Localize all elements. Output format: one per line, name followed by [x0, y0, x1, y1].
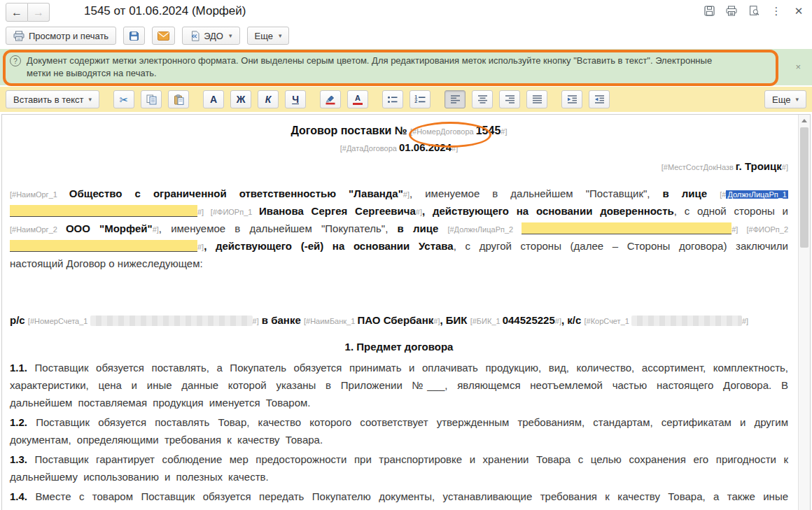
italic-button[interactable]: К: [258, 90, 279, 108]
red-color-bar: [353, 103, 363, 105]
chevron-down-icon: ▾: [89, 96, 92, 103]
numbered-list-button[interactable]: 1 2: [410, 90, 430, 108]
decrease-indent-button[interactable]: [589, 90, 610, 108]
field-marker: [#КорСчет_1: [584, 317, 631, 325]
app-window: ← → 1545 от 01.06.2024 (Морфей) ⋮ ✕ Прос…: [0, 0, 812, 510]
text-segment: 1.1.: [10, 362, 35, 374]
underline-letter: Ч: [292, 94, 299, 104]
text-segment: 1.2.: [10, 416, 36, 428]
preview-search-icon[interactable]: [748, 4, 760, 17]
spacer: [10, 271, 788, 312]
save-icon[interactable]: [703, 4, 715, 17]
paste-button[interactable]: [168, 90, 189, 108]
banner-close-icon[interactable]: ×: [795, 62, 801, 72]
text-segment: , именуемое в дальнейшем "Покупатель",: [159, 222, 398, 234]
text-segment: в лице: [398, 222, 448, 234]
back-button[interactable]: ←: [6, 3, 28, 22]
bullet-list-button[interactable]: [382, 90, 403, 108]
text-segment: 1.3.: [10, 453, 35, 465]
edo-dropdown-button[interactable]: ЭДО ▾: [182, 27, 239, 45]
underline-button[interactable]: Ч: [285, 90, 306, 108]
field-marker: [#НаимОрг_2: [10, 225, 66, 234]
highlight-color-button[interactable]: [320, 90, 341, 108]
field-marker: #]: [197, 243, 204, 251]
more-menu-icon[interactable]: ⋮: [770, 4, 783, 17]
clause-1-2: 1.2. Поставщик обязуется поставлять Това…: [10, 413, 788, 448]
align-group: [444, 90, 547, 108]
save-button[interactable]: [123, 27, 145, 45]
field-marker: [#БИК_1: [470, 317, 503, 325]
insert-to-text-button[interactable]: Вставить в текст ▾: [6, 90, 99, 108]
align-right-button[interactable]: [499, 90, 520, 108]
font-color-icon: А: [353, 94, 363, 105]
increase-indent-button[interactable]: [561, 90, 582, 108]
field-marker: #]: [555, 317, 561, 325]
text-segment: , БИК: [440, 314, 470, 326]
chevron-down-icon: ▾: [795, 96, 799, 103]
decrease-indent-icon: [594, 94, 605, 104]
field-marker: [#НаимБанк_1: [304, 317, 357, 325]
banner-message: Документ содержит метки электронного фор…: [27, 55, 734, 80]
bold-button[interactable]: Ж: [230, 90, 251, 108]
text-segment: ООО "Морфей": [66, 222, 153, 234]
print-icon[interactable]: [725, 4, 738, 17]
preamble: [#НаимОрг_1 Общество с ограниченной отве…: [10, 185, 788, 271]
preview-print-button[interactable]: Просмотр и печать: [6, 27, 116, 45]
field-marker: #]: [782, 163, 788, 171]
text-segment: Иванова Сергея Сергеевича: [259, 205, 416, 217]
font-group: А Ж К Ч: [203, 90, 306, 108]
text-segment: в лице: [663, 187, 720, 199]
action-toolbar: Просмотр и печать ЭДО ▾ Еще ▾: [0, 24, 812, 48]
indent-group: [561, 90, 610, 108]
up-arrow-icon: [802, 119, 807, 122]
floppy-icon: [129, 31, 139, 41]
info-banner: ? Документ содержит метки электронного ф…: [0, 49, 812, 85]
more-button-format[interactable]: Еще ▾: [764, 90, 806, 108]
copy-button[interactable]: [141, 90, 162, 108]
forward-button[interactable]: →: [28, 3, 50, 22]
field-marker: #]: [153, 225, 159, 234]
scissors-icon: ✂: [120, 94, 129, 105]
more-button-top[interactable]: Еще ▾: [247, 27, 290, 45]
text-segment: Общество с ограниченной ответственностью…: [69, 187, 403, 199]
text-segment: , с другой стороны (далее – Стороны дого…: [454, 240, 788, 252]
list-number-2: 2: [414, 99, 417, 104]
clause-1-3: 1.3. Поставщик гарантирует соблюдение ме…: [10, 451, 788, 486]
align-left-button[interactable]: [444, 90, 465, 108]
scrollbar-thumb[interactable]: [800, 127, 808, 248]
bank-details-line: р/с [#НомерСчета_1 #] в банке [#НаимБанк…: [10, 312, 788, 330]
field-marker: [#НомерСчета_1: [28, 317, 90, 325]
text-segment: настоящий Договор о нижеследующем:: [10, 257, 203, 269]
text-segment: , с одной стороны и: [674, 205, 788, 217]
format-toolbar: Вставить в текст ▾ ✂ А Ж К Ч: [0, 87, 812, 112]
font-color-button[interactable]: А: [347, 90, 368, 108]
clipboard-group: ✂: [113, 90, 189, 108]
align-center-button[interactable]: [472, 90, 493, 108]
scrollbar-up-button[interactable]: [799, 115, 810, 126]
align-left-icon: [450, 94, 461, 104]
edo-label: ЭДО: [204, 31, 223, 41]
redacted-highlight: [10, 240, 197, 252]
vertical-scrollbar[interactable]: [798, 115, 810, 510]
clause-1-4: 1.4. Вместе с товаром Поставщик обязуетс…: [10, 488, 788, 510]
document-editor[interactable]: Договор поставки № [#НомерДоговора 1545#…: [2, 115, 798, 510]
paste-icon: [174, 94, 184, 105]
nav-history-group: ← →: [6, 3, 50, 22]
field-marker: [#ДолжнЛицаРп_2: [447, 225, 522, 234]
field-marker: [#ДатаДоговора: [340, 144, 399, 153]
cut-button[interactable]: ✂: [113, 90, 134, 108]
text-segment: Поставщик обязуется поставлять, а Покупа…: [10, 362, 788, 409]
edo-document-icon: [190, 31, 200, 41]
font-button[interactable]: А: [203, 90, 224, 108]
text-segment: 1545: [476, 125, 501, 136]
redacted-value: [90, 316, 253, 326]
field-marker: #]: [732, 225, 746, 234]
mail-button[interactable]: [152, 27, 175, 45]
redacted-highlight: [522, 222, 732, 234]
align-justify-button[interactable]: [526, 90, 547, 108]
text-segment: ПАО Сбербанк: [357, 314, 433, 326]
field-marker: #]: [403, 190, 410, 199]
close-window-icon[interactable]: ✕: [792, 4, 805, 17]
format-more-label: Еще: [772, 94, 790, 105]
align-justify-icon: [532, 94, 542, 104]
